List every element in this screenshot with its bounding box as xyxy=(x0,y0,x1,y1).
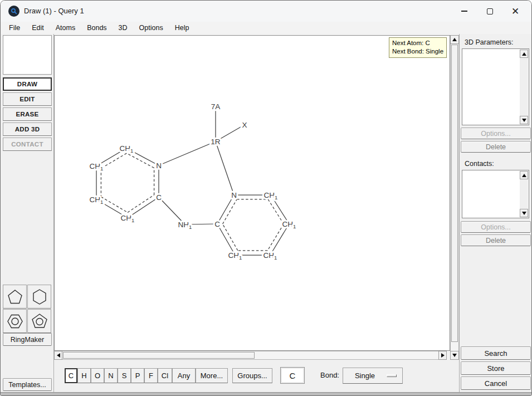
menu-item-edit[interactable]: Edit xyxy=(27,23,49,33)
ring-cyclopentadienyl-button[interactable] xyxy=(27,309,51,333)
menu-item-help[interactable]: Help xyxy=(170,23,194,33)
mode-button-edit[interactable]: EDIT xyxy=(3,92,52,106)
arrow-up-icon xyxy=(522,174,526,177)
atom-label-ch1[interactable]: CH1 xyxy=(282,220,296,229)
maximize-icon xyxy=(487,8,493,14)
scroll-up-button[interactable] xyxy=(450,35,459,44)
atom-label-ch1[interactable]: CH1 xyxy=(263,251,277,261)
arrow-down-icon xyxy=(522,212,526,215)
contacts-list[interactable] xyxy=(462,170,529,218)
templates-button[interactable]: Templates... xyxy=(3,378,52,391)
minimize-button[interactable] xyxy=(451,2,477,20)
atom-label-ch1[interactable]: CH1 xyxy=(120,144,134,154)
mode-button-draw[interactable]: DRAW xyxy=(3,77,52,91)
groups-button[interactable]: Groups... xyxy=(232,368,272,383)
atom-label-n[interactable]: N xyxy=(156,162,162,170)
tooltip-line-2: Next Bond: Single xyxy=(392,47,443,56)
element-button-f[interactable]: F xyxy=(144,368,158,383)
arrow-left-icon xyxy=(57,353,60,358)
horizontal-scroll-thumb[interactable] xyxy=(63,352,255,359)
title-bar: Draw (1) - Query 1 ✕ xyxy=(1,1,531,22)
3d-delete-button[interactable]: Delete xyxy=(461,141,531,153)
arrow-down-icon xyxy=(522,119,526,122)
left-tool-panel: DRAWEDITERASEADD 3DCONTACT RingMaker Tem… xyxy=(1,34,54,392)
3d-options-button[interactable]: Options... xyxy=(461,128,531,139)
element-button-p[interactable]: P xyxy=(131,368,144,383)
draw-window: Draw (1) - Query 1 ✕ FileEditAtomsBonds3… xyxy=(0,0,532,396)
bond-type-value: Single xyxy=(343,371,387,380)
menu-item-file[interactable]: File xyxy=(4,23,25,33)
mode-button-contact: CONTACT xyxy=(3,138,52,151)
vertical-scroll-thumb[interactable] xyxy=(451,45,458,342)
template-preview-box xyxy=(3,35,52,75)
pentagon-icon xyxy=(6,288,24,306)
mode-button-erase[interactable]: ERASE xyxy=(3,107,52,121)
atom-label-ch1[interactable]: CH1 xyxy=(264,191,278,201)
menu-bar: FileEditAtomsBonds3DOptionsHelp xyxy=(4,22,196,34)
atom-label-ch1[interactable]: CH1 xyxy=(121,214,135,223)
list-scroll-up-button[interactable] xyxy=(520,50,528,58)
menu-item-options[interactable]: Options xyxy=(134,23,168,33)
element-button-o[interactable]: O xyxy=(91,368,104,383)
close-icon: ✕ xyxy=(511,7,519,16)
bond-label: Bond: xyxy=(320,371,339,379)
ringmaker-button[interactable]: RingMaker xyxy=(3,333,52,346)
dropdown-indicator-icon xyxy=(387,374,397,377)
atom-label-x[interactable]: X xyxy=(242,121,247,129)
3d-parameters-label: 3D Parameters: xyxy=(465,38,514,46)
scroll-right-button[interactable] xyxy=(438,351,447,360)
contacts-list-scrollbar[interactable] xyxy=(520,171,528,217)
element-button-s[interactable]: S xyxy=(118,368,131,383)
contacts-options-button[interactable]: Options... xyxy=(461,221,531,233)
minimize-icon xyxy=(461,11,467,11)
cancel-button[interactable]: Cancel xyxy=(461,377,531,390)
contacts-delete-button[interactable]: Delete xyxy=(461,234,531,246)
menu-item-3d[interactable]: 3D xyxy=(114,23,133,33)
bond-type-dropdown[interactable]: Single xyxy=(343,368,403,384)
element-button-cl[interactable]: Cl xyxy=(158,368,172,383)
scroll-left-button[interactable] xyxy=(54,351,62,360)
menu-item-bonds[interactable]: Bonds xyxy=(82,23,111,33)
atom-label-n[interactable]: N xyxy=(231,191,237,199)
3d-parameters-list[interactable] xyxy=(462,48,529,125)
list-scroll-up-button[interactable] xyxy=(520,171,528,179)
scroll-down-button[interactable] xyxy=(450,351,459,360)
maximize-button[interactable] xyxy=(477,2,502,20)
bottom-toolbar: CHONSPFClAnyMore... Groups... C Bond: Si… xyxy=(54,360,459,392)
atom-label-1r[interactable]: 1R xyxy=(211,138,221,146)
list-scroll-down-button[interactable] xyxy=(520,209,528,217)
element-button-h[interactable]: H xyxy=(77,368,91,383)
contacts-label: Contacts: xyxy=(465,160,494,168)
molecule-drawing: 7AX1RNCCH1CH1CH1CH1NH1CNCH1CH1CH1CH1 xyxy=(55,36,450,350)
atom-label-c[interactable]: C xyxy=(214,220,220,228)
app-magnifier-icon xyxy=(8,6,19,17)
menu-item-atoms[interactable]: Atoms xyxy=(51,23,80,33)
canvas-vertical-scrollbar[interactable] xyxy=(450,35,459,360)
arrow-up-icon xyxy=(452,38,457,41)
element-button-c[interactable]: C xyxy=(65,368,77,383)
ring-pentagon-button[interactable] xyxy=(3,285,27,309)
close-button[interactable]: ✕ xyxy=(502,2,528,20)
element-button-more[interactable]: More... xyxy=(196,368,228,383)
drawing-canvas[interactable]: 7AX1RNCCH1CH1CH1CH1NH1CNCH1CH1CH1CH1 Nex… xyxy=(54,35,450,351)
arrow-right-icon xyxy=(441,353,445,358)
arrow-up-icon xyxy=(522,52,526,56)
atom-label-7a[interactable]: 7A xyxy=(211,102,221,111)
element-button-any[interactable]: Any xyxy=(172,368,196,383)
search-button[interactable]: Search xyxy=(461,346,531,360)
cyclopentadienyl-icon xyxy=(30,312,49,331)
mode-button-add-3d[interactable]: ADD 3D xyxy=(3,123,52,136)
element-button-n[interactable]: N xyxy=(104,368,118,383)
ring-hexagon-button[interactable] xyxy=(27,285,51,309)
canvas-horizontal-scrollbar[interactable] xyxy=(54,351,447,360)
store-button[interactable]: Store xyxy=(461,361,531,375)
list-scroll-down-button[interactable] xyxy=(520,116,528,124)
atom-label-c[interactable]: C xyxy=(156,193,162,202)
window-title: Draw (1) - Query 1 xyxy=(24,7,84,15)
3d-parameters-list-scrollbar[interactable] xyxy=(520,50,528,124)
next-atom-tooltip: Next Atom: C Next Bond: Single xyxy=(389,37,447,58)
tooltip-line-1: Next Atom: C xyxy=(392,39,443,47)
atom-label-ch1[interactable]: CH1 xyxy=(228,251,242,261)
atom-label-nh1[interactable]: NH1 xyxy=(178,221,192,230)
ring-benzene-button[interactable] xyxy=(3,309,27,333)
